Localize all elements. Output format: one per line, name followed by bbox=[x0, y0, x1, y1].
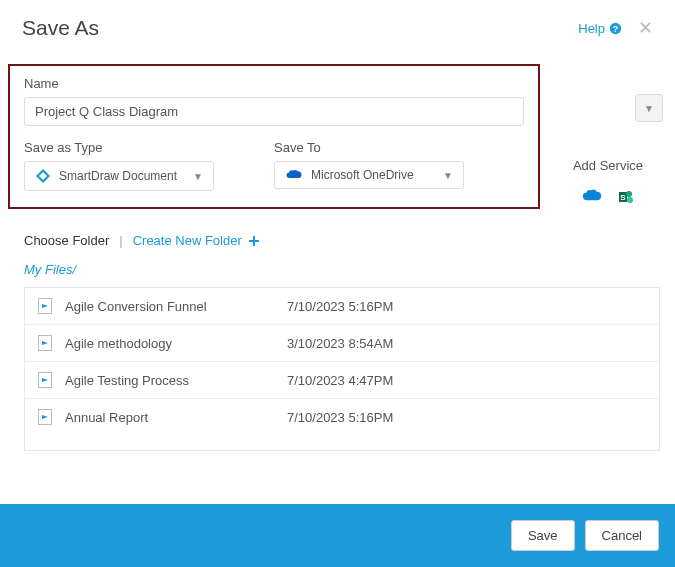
file-date: 3/10/2023 8:54AM bbox=[287, 336, 393, 351]
service-icons: S bbox=[553, 189, 663, 205]
save-button[interactable]: Save bbox=[511, 520, 575, 551]
choose-folder-label: Choose Folder bbox=[24, 233, 109, 248]
svg-text:?: ? bbox=[613, 23, 618, 33]
file-date: 7/10/2023 4:47PM bbox=[287, 373, 393, 388]
file-list[interactable]: Agile Conversion Funnel 7/10/2023 5:16PM… bbox=[24, 287, 660, 451]
name-label: Name bbox=[24, 76, 524, 91]
file-date: 7/10/2023 5:16PM bbox=[287, 299, 393, 314]
close-icon[interactable]: ✕ bbox=[638, 19, 653, 37]
sharepoint-service-icon[interactable]: S bbox=[618, 189, 634, 205]
create-folder-link[interactable]: Create New Folder bbox=[133, 233, 260, 248]
save-type-dropdown[interactable]: SmartDraw Document ▼ bbox=[24, 161, 214, 191]
svg-point-7 bbox=[627, 197, 633, 203]
list-item[interactable]: Agile methodology 3/10/2023 8:54AM bbox=[25, 325, 659, 362]
save-to-value: Microsoft OneDrive bbox=[311, 168, 414, 182]
save-to-group: Save To Microsoft OneDrive ▼ bbox=[274, 140, 464, 191]
list-item[interactable]: Agile Testing Process 7/10/2023 4:47PM bbox=[25, 362, 659, 399]
breadcrumb[interactable]: My Files/ bbox=[24, 262, 675, 277]
onedrive-icon bbox=[285, 169, 303, 181]
file-name: Agile Conversion Funnel bbox=[65, 299, 275, 314]
service-panel: ▼ Add Service S bbox=[553, 94, 663, 205]
svg-text:S: S bbox=[620, 193, 626, 202]
list-item[interactable]: Annual Report 7/10/2023 5:16PM bbox=[25, 399, 659, 435]
file-icon bbox=[37, 409, 53, 425]
chevron-down-icon: ▼ bbox=[193, 171, 203, 182]
file-icon bbox=[37, 335, 53, 351]
folder-row: Choose Folder | Create New Folder bbox=[24, 233, 675, 248]
plus-icon bbox=[248, 235, 260, 247]
smartdraw-icon bbox=[35, 168, 51, 184]
chevron-down-icon: ▼ bbox=[644, 103, 654, 114]
help-label: Help bbox=[578, 21, 605, 36]
save-type-value: SmartDraw Document bbox=[59, 169, 177, 183]
help-link[interactable]: Help ? bbox=[578, 21, 622, 36]
svg-point-6 bbox=[626, 191, 632, 197]
save-config-panel: Name Save as Type SmartDraw Document ▼ S… bbox=[8, 64, 540, 209]
cancel-button[interactable]: Cancel bbox=[585, 520, 659, 551]
file-name: Annual Report bbox=[65, 410, 275, 425]
save-to-label: Save To bbox=[274, 140, 464, 155]
file-name: Agile Testing Process bbox=[65, 373, 275, 388]
chevron-down-icon: ▼ bbox=[443, 170, 453, 181]
save-type-group: Save as Type SmartDraw Document ▼ bbox=[24, 140, 214, 191]
save-to-dropdown[interactable]: Microsoft OneDrive ▼ bbox=[274, 161, 464, 189]
file-icon bbox=[37, 298, 53, 314]
file-icon bbox=[37, 372, 53, 388]
file-date: 7/10/2023 5:16PM bbox=[287, 410, 393, 425]
divider: | bbox=[119, 233, 122, 248]
dialog-header: Save As Help ? ✕ bbox=[0, 0, 675, 46]
help-icon: ? bbox=[609, 22, 622, 35]
name-input[interactable] bbox=[24, 97, 524, 126]
dialog-footer: Save Cancel bbox=[0, 504, 675, 567]
file-name: Agile methodology bbox=[65, 336, 275, 351]
list-item[interactable]: Agile Conversion Funnel 7/10/2023 5:16PM bbox=[25, 288, 659, 325]
header-actions: Help ? ✕ bbox=[578, 19, 653, 37]
add-service-label: Add Service bbox=[553, 158, 663, 173]
dialog-title: Save As bbox=[22, 16, 99, 40]
onedrive-service-icon[interactable] bbox=[582, 189, 602, 203]
extra-dropdown[interactable]: ▼ bbox=[635, 94, 663, 122]
save-type-label: Save as Type bbox=[24, 140, 214, 155]
create-folder-label: Create New Folder bbox=[133, 233, 242, 248]
